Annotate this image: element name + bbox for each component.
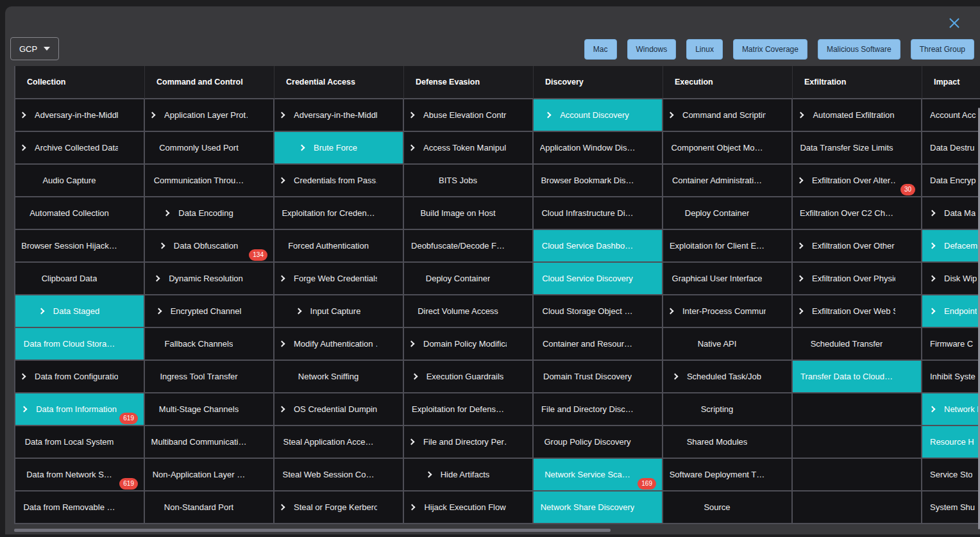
- technique-cell[interactable]: Component Object Mo…: [663, 132, 793, 165]
- technique-cell[interactable]: Account Acc: [922, 99, 980, 132]
- technique-cell[interactable]: Shared Modules: [663, 426, 793, 459]
- expand-chevron-icon[interactable]: [409, 504, 416, 511]
- technique-cell[interactable]: Hide Artifacts: [404, 459, 534, 492]
- technique-cell[interactable]: Automated Collection: [15, 197, 145, 230]
- technique-cell[interactable]: Network D: [922, 393, 980, 426]
- technique-cell[interactable]: Resource H: [922, 426, 980, 459]
- technique-cell[interactable]: Forced Authentication: [275, 230, 404, 263]
- technique-cell[interactable]: File and Directory Per…: [404, 426, 534, 459]
- technique-cell[interactable]: Archive Collected Data: [15, 132, 145, 165]
- expand-chevron-icon[interactable]: [797, 178, 804, 184]
- expand-chevron-icon[interactable]: [797, 308, 804, 315]
- technique-cell[interactable]: Group Policy Discovery: [534, 426, 663, 459]
- technique-cell[interactable]: Data Obfuscation134: [145, 230, 275, 263]
- technique-cell[interactable]: BITS Jobs: [404, 165, 534, 197]
- technique-cell[interactable]: Abuse Elevation Contr…: [404, 99, 534, 132]
- technique-cell[interactable]: Command and Scriptin…: [663, 99, 793, 132]
- technique-cell[interactable]: Data from Network S…619: [15, 459, 145, 492]
- technique-cell[interactable]: Account Discovery: [534, 99, 663, 132]
- technique-cell[interactable]: Adversary-in-the-Middle: [275, 99, 404, 132]
- technique-cell[interactable]: Data from Configuratio…: [15, 361, 145, 393]
- technique-cell[interactable]: Data Encoding: [145, 197, 275, 230]
- expand-chevron-icon[interactable]: [797, 276, 804, 282]
- technique-cell[interactable]: Build Image on Host: [404, 197, 534, 230]
- expand-chevron-icon[interactable]: [929, 308, 936, 315]
- technique-cell[interactable]: Exfiltration Over Other …: [793, 230, 922, 263]
- technique-cell[interactable]: Exploitation for Client E…: [663, 230, 793, 263]
- expand-chevron-icon[interactable]: [149, 112, 156, 119]
- technique-cell[interactable]: Transfer Data to Cloud…: [793, 361, 922, 393]
- technique-cell[interactable]: Steal Application Acce…: [275, 426, 404, 459]
- technique-cell[interactable]: Container Administrati…: [663, 165, 793, 197]
- technique-cell[interactable]: Adversary-in-the-Middle: [15, 99, 145, 132]
- technique-cell[interactable]: Commonly Used Port: [145, 132, 275, 165]
- expand-chevron-icon[interactable]: [929, 406, 936, 413]
- technique-cell[interactable]: Data Transfer Size Limits: [793, 132, 922, 165]
- expand-chevron-icon[interactable]: [929, 243, 936, 249]
- technique-cell[interactable]: Steal or Forge Kerbero…: [275, 492, 404, 524]
- technique-cell[interactable]: Source: [663, 492, 793, 524]
- filter-button-mac[interactable]: Mac: [584, 39, 617, 60]
- expand-chevron-icon[interactable]: [797, 243, 804, 249]
- filter-button-malicious-software[interactable]: Malicious Software: [818, 39, 900, 60]
- technique-cell[interactable]: Exfiltration Over Alter…30: [793, 165, 922, 197]
- technique-cell[interactable]: Exfiltration Over C2 Ch…: [793, 197, 922, 230]
- expand-chevron-icon[interactable]: [279, 406, 285, 413]
- horizontal-scrollbar[interactable]: [14, 529, 611, 532]
- expand-chevron-icon[interactable]: [299, 145, 305, 151]
- technique-cell[interactable]: Direct Volume Access: [404, 295, 534, 328]
- technique-cell[interactable]: Multi-Stage Channels: [145, 393, 275, 426]
- technique-cell[interactable]: Ingress Tool Transfer: [145, 361, 275, 393]
- technique-cell[interactable]: Brute Force: [275, 132, 404, 165]
- technique-cell[interactable]: Domain Trust Discovery: [534, 361, 663, 393]
- expand-chevron-icon[interactable]: [409, 145, 415, 151]
- expand-chevron-icon[interactable]: [158, 243, 165, 249]
- expand-chevron-icon[interactable]: [929, 210, 936, 217]
- technique-cell[interactable]: Access Token Manipul…: [404, 132, 534, 165]
- expand-chevron-icon[interactable]: [20, 145, 26, 151]
- technique-cell[interactable]: Exploitation for Defens…: [404, 393, 534, 426]
- technique-cell[interactable]: Browser Session Hijack…: [15, 230, 145, 263]
- technique-cell[interactable]: Steal Web Session Co…: [275, 459, 404, 492]
- technique-cell[interactable]: Defacem: [922, 230, 980, 263]
- filter-button-windows[interactable]: Windows: [627, 39, 677, 60]
- expand-chevron-icon[interactable]: [38, 308, 44, 315]
- technique-cell[interactable]: Data from Removable …: [15, 492, 145, 524]
- technique-cell[interactable]: Scripting: [663, 393, 793, 426]
- expand-chevron-icon[interactable]: [409, 341, 415, 347]
- technique-cell[interactable]: Automated Exfiltration: [793, 99, 922, 132]
- expand-chevron-icon[interactable]: [279, 276, 285, 282]
- technique-cell[interactable]: Cloud Service Dashbo…: [534, 230, 663, 263]
- technique-cell[interactable]: Deploy Container: [663, 197, 793, 230]
- filter-button-linux[interactable]: Linux: [686, 39, 723, 60]
- expand-chevron-icon[interactable]: [295, 308, 301, 315]
- expand-chevron-icon[interactable]: [21, 406, 28, 413]
- technique-cell[interactable]: Data Ma: [922, 197, 980, 230]
- technique-cell[interactable]: Cloud Storage Object …: [534, 295, 663, 328]
- technique-cell[interactable]: Hijack Execution Flow: [404, 492, 534, 524]
- technique-cell[interactable]: Firmware C: [922, 328, 980, 361]
- filter-button-threat-group[interactable]: Threat Group: [911, 39, 974, 60]
- expand-chevron-icon[interactable]: [279, 504, 285, 511]
- expand-chevron-icon[interactable]: [409, 112, 415, 119]
- close-icon[interactable]: [949, 17, 960, 29]
- technique-cell[interactable]: Data from Local System: [15, 426, 145, 459]
- technique-cell[interactable]: Scheduled Task/Job: [663, 361, 793, 393]
- expand-chevron-icon[interactable]: [411, 374, 418, 380]
- expand-chevron-icon[interactable]: [164, 210, 170, 217]
- technique-cell[interactable]: Exfiltration Over Physic…: [793, 263, 922, 295]
- technique-cell[interactable]: Data Encryp: [922, 165, 980, 197]
- technique-cell[interactable]: Dynamic Resolution: [145, 263, 275, 295]
- technique-cell[interactable]: Multiband Communicati…: [145, 426, 275, 459]
- technique-cell[interactable]: Audio Capture: [15, 165, 145, 197]
- technique-cell[interactable]: Execution Guardrails: [404, 361, 534, 393]
- technique-cell[interactable]: Non-Application Layer …: [145, 459, 275, 492]
- technique-cell[interactable]: Cloud Infrastructure Di…: [534, 197, 663, 230]
- expand-chevron-icon[interactable]: [279, 178, 285, 184]
- expand-chevron-icon[interactable]: [409, 439, 415, 445]
- expand-chevron-icon[interactable]: [668, 308, 674, 315]
- expand-chevron-icon[interactable]: [929, 276, 936, 282]
- technique-cell[interactable]: Exfiltration Over Web S…: [793, 295, 922, 328]
- technique-cell[interactable]: Encrypted Channel: [145, 295, 275, 328]
- technique-cell[interactable]: Input Capture: [275, 295, 404, 328]
